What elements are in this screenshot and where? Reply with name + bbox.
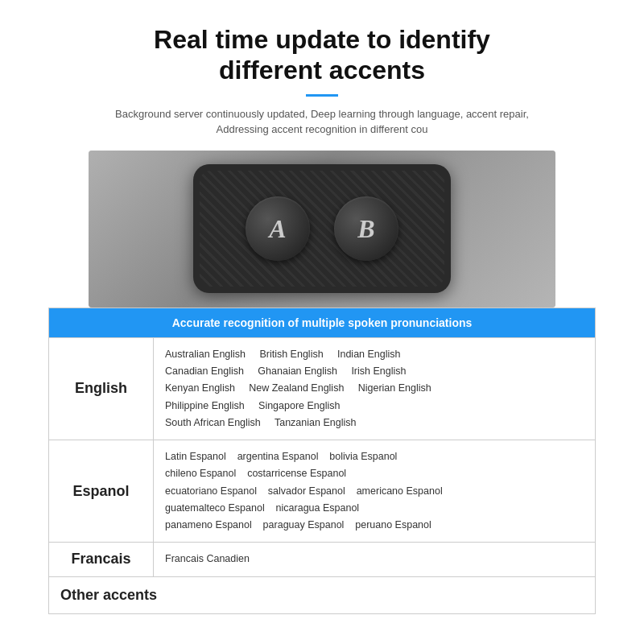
table-row-espanol: Espanol Latin Espanol argentina Espanol … bbox=[49, 440, 596, 543]
subtitle: Background server continuously updated, … bbox=[97, 106, 547, 138]
language-label-francais: Francais bbox=[49, 543, 154, 576]
page-wrapper: Real time update to identify different a… bbox=[0, 0, 644, 644]
device-inner: A B bbox=[89, 151, 555, 308]
table-row-francais: Francais Francais Canadien bbox=[49, 543, 596, 576]
table-header-cell: Accurate recognition of multiple spoken … bbox=[49, 308, 596, 337]
page-title: Real time update to identify different a… bbox=[154, 24, 490, 86]
button-a[interactable]: A bbox=[246, 196, 310, 261]
accent-table: Accurate recognition of multiple spoken … bbox=[48, 308, 596, 614]
language-label-espanol: Espanol bbox=[49, 440, 154, 543]
table-header-row: Accurate recognition of multiple spoken … bbox=[49, 308, 596, 337]
table-row-english: English Australian English British Engli… bbox=[49, 337, 596, 440]
device-image: A B bbox=[89, 151, 555, 308]
language-label-english: English bbox=[49, 337, 154, 440]
button-b[interactable]: B bbox=[334, 196, 398, 261]
device-body: A B bbox=[193, 164, 451, 293]
other-accents-label: Other accents bbox=[49, 576, 596, 613]
language-variants-english: Australian English British English India… bbox=[154, 337, 596, 440]
language-variants-francais: Francais Canadien bbox=[154, 543, 596, 576]
language-variants-espanol: Latin Espanol argentina Espanol bolivia … bbox=[154, 440, 596, 543]
table-row-other: Other accents bbox=[49, 576, 596, 613]
blue-divider bbox=[306, 94, 338, 97]
